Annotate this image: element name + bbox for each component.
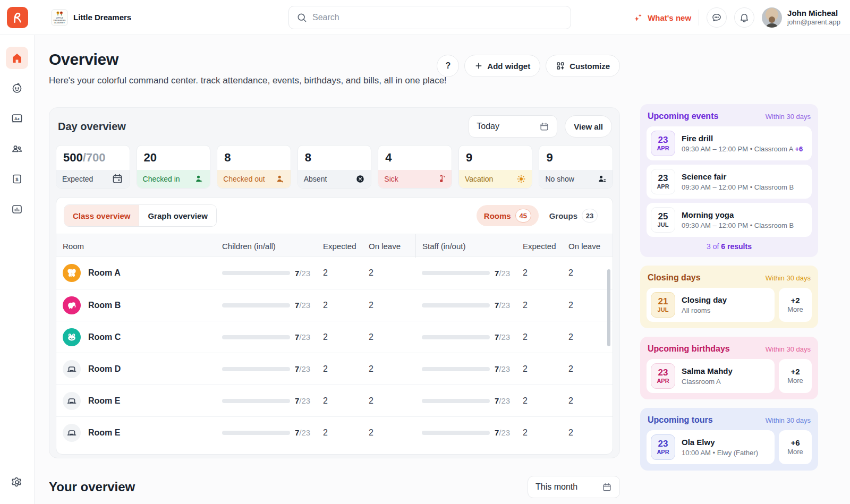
- event-item[interactable]: 25JULMorning yoga09:30 AM – 12:00 PM • C…: [647, 203, 812, 237]
- reports-icon: [11, 203, 23, 216]
- children-expected: 2: [317, 428, 362, 438]
- tab-rooms-count: 45: [515, 209, 531, 223]
- table-row[interactable]: Room D7/23227/2322: [56, 353, 613, 385]
- closing-more-button[interactable]: +2 More: [779, 288, 812, 322]
- staff-progress: 7/23: [415, 269, 516, 278]
- global-search[interactable]: [288, 6, 571, 29]
- sidebar-item-billing[interactable]: $: [6, 168, 28, 190]
- event-item[interactable]: 23APRFire drill09:30 AM – 12:00 PM • Cla…: [647, 126, 812, 160]
- org-switcher[interactable]: LITTLE DREAMERS ACADEMY Little Dreamers: [51, 9, 131, 26]
- view-all-button[interactable]: View all: [565, 115, 612, 138]
- children-progress: 7/23: [216, 364, 317, 373]
- tab-class-overview[interactable]: Class overview: [64, 205, 139, 226]
- events-footer-count: 6 results: [721, 242, 752, 251]
- school-logo-caption: LITTLE DREAMERS ACADEMY: [52, 17, 67, 24]
- tours-more-button[interactable]: +6 More: [779, 430, 812, 464]
- children-progress: 7/23: [216, 269, 317, 278]
- staff-progress: 7/23: [415, 364, 516, 373]
- children-expected: 2: [317, 332, 362, 342]
- help-button[interactable]: ?: [437, 55, 459, 77]
- sidebar-item-reports[interactable]: [6, 198, 28, 220]
- room-icon: [63, 392, 81, 410]
- user-name: John Micheal: [787, 8, 840, 19]
- whats-new-label: What's new: [648, 13, 691, 22]
- children-progress: 7/23: [216, 428, 317, 437]
- event-item[interactable]: 23APRScience fair09:30 AM – 12:00 PM • C…: [647, 165, 812, 199]
- children-progress: 7/23: [216, 332, 317, 341]
- whats-new-button[interactable]: What's new: [633, 12, 691, 23]
- event-title: Fire drill: [682, 134, 803, 143]
- tab-graph-overview[interactable]: Graph overview: [139, 205, 216, 226]
- table-row[interactable]: Room A7/23227/2322: [56, 257, 613, 289]
- closing-title: Closing days: [648, 273, 701, 283]
- room-icon: [63, 360, 81, 378]
- tour-item[interactable]: 23 APR Ola Elwy 10:00 AM • Elwy (Father): [647, 430, 775, 464]
- closing-more-label: More: [787, 305, 803, 314]
- sidebar-item-children[interactable]: [6, 77, 28, 99]
- room-name: Room C: [88, 332, 121, 342]
- staff-expected: 2: [516, 301, 562, 310]
- add-widget-button[interactable]: Add widget: [464, 55, 540, 77]
- closing-date-day: 21: [658, 297, 668, 307]
- customize-button[interactable]: Customize: [546, 55, 620, 77]
- people-icon: [11, 142, 23, 155]
- date-filter-select[interactable]: Today: [469, 115, 557, 138]
- elephant-icon: [63, 296, 81, 314]
- page-subtitle: Here's your colorful command center. tra…: [49, 75, 620, 86]
- messages-button[interactable]: [707, 7, 727, 28]
- sidebar-item-settings[interactable]: [6, 471, 28, 493]
- period-select[interactable]: This month: [528, 476, 620, 498]
- sidebar-item-learning[interactable]: Az: [6, 107, 28, 130]
- children-progress: 7/23: [216, 396, 317, 405]
- events-footer[interactable]: 3 of 6 results: [647, 237, 812, 251]
- chat-icon: [711, 12, 722, 23]
- tab-rooms-label: Rooms: [484, 211, 511, 220]
- user-email: john@parent.app: [787, 18, 840, 27]
- user-menu[interactable]: John Micheal john@parent.app: [762, 7, 840, 28]
- stat-tile-absent[interactable]: 8Absent: [298, 145, 372, 189]
- stat-tile-sick[interactable]: 4Sick: [378, 145, 452, 189]
- children-expected: 2: [317, 364, 362, 374]
- x-circle-icon: [355, 174, 365, 184]
- sidebar-item-home[interactable]: [6, 47, 28, 69]
- stat-value: 9: [539, 146, 613, 170]
- app-logo-mark: [11, 11, 24, 24]
- app-logo[interactable]: [7, 7, 28, 28]
- stat-tile-expected[interactable]: 500/700Expected: [56, 145, 130, 189]
- table-scrollbar[interactable]: [607, 269, 610, 346]
- staff-expected: 2: [516, 332, 562, 342]
- birthday-date-badge: 23 APR: [651, 363, 675, 389]
- stat-tile-checked-out[interactable]: 8Checked out: [217, 145, 291, 189]
- table-row[interactable]: Room E7/23227/2322: [56, 385, 613, 416]
- plus-icon: [474, 62, 483, 70]
- stat-tile-checked-in[interactable]: 20Checked in: [137, 145, 211, 189]
- closing-more-count: +2: [790, 296, 800, 305]
- birthdays-more-button[interactable]: +2 More: [779, 359, 812, 393]
- table-row[interactable]: Room C7/23227/2322: [56, 321, 613, 353]
- table-row[interactable]: Room E7/23227/2322: [56, 416, 613, 448]
- birthdays-range-badge: Within 30 days: [766, 345, 811, 353]
- tab-groups[interactable]: Groups 23: [542, 205, 605, 226]
- col-staff: Staff (in/out): [415, 234, 516, 258]
- col-on-leave: On leave: [362, 242, 415, 251]
- event-subtitle: 09:30 AM – 12:00 PM • Classroom B: [682, 221, 794, 229]
- search-input[interactable]: [312, 13, 563, 22]
- children-on-leave: 2: [362, 364, 415, 374]
- customize-label: Customize: [570, 62, 610, 71]
- person-check-in-icon: [194, 174, 204, 184]
- event-date-badge: 23APR: [651, 131, 675, 156]
- closing-day-item[interactable]: 21 JUL Closing day All rooms: [647, 288, 775, 322]
- stat-tile-no-show[interactable]: 9No show: [539, 145, 613, 189]
- sidebar-item-people[interactable]: [6, 138, 28, 160]
- event-title: Morning yoga: [682, 210, 794, 219]
- frog-icon: [63, 328, 81, 346]
- stat-tile-vacation[interactable]: 9Vacation: [458, 145, 533, 189]
- birthday-item[interactable]: 23 APR Salma Mahdy Classroom A: [647, 359, 775, 393]
- learning-icon: Az: [11, 112, 23, 125]
- table-row[interactable]: Room B7/23227/2322: [56, 289, 613, 321]
- events-title: Upcoming events: [648, 112, 718, 121]
- room-name: Room E: [88, 396, 120, 406]
- notifications-button[interactable]: [734, 7, 754, 28]
- tab-rooms[interactable]: Rooms 45: [477, 205, 539, 226]
- topbar-divider: [699, 10, 699, 25]
